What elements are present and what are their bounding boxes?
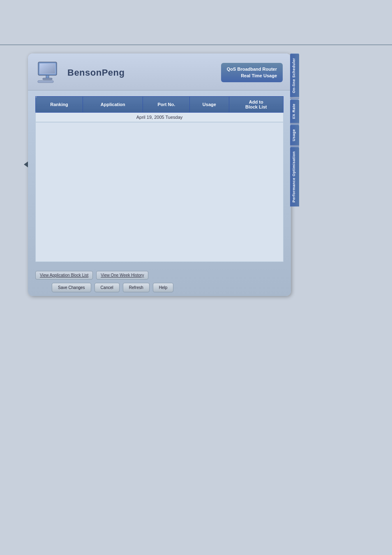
col-blocklist: Add toBlock List — [229, 97, 284, 113]
table-section: Ranking Application Port No. Usage Add t… — [35, 96, 284, 262]
col-portno: Port No. — [143, 97, 190, 113]
bottom-section: View Application Block List View One Wee… — [28, 268, 291, 296]
top-divider — [0, 44, 392, 45]
help-button[interactable]: Help — [153, 283, 174, 292]
date-value: April 19, 2005 Tuesday — [36, 113, 284, 122]
device-name: BensonPeng — [67, 67, 221, 78]
col-usage: Usage — [190, 97, 229, 113]
data-rows-area — [35, 122, 284, 262]
data-table: Ranking Application Port No. Usage Add t… — [35, 96, 284, 122]
content-area: Ranking Application Port No. Usage Add t… — [28, 90, 291, 268]
product-line2: Real Time Usage — [227, 73, 277, 79]
tab-performance[interactable]: Performance Optimisation — [290, 147, 299, 207]
action-buttons-row: Save Changes Cancel Refresh Help — [35, 283, 284, 292]
svg-rect-2 — [40, 64, 55, 74]
refresh-button[interactable]: Refresh — [123, 283, 150, 292]
right-sidebar: On-line Scheduler I/A Rate Usage Perform… — [290, 53, 299, 207]
tab-separator-1 — [290, 97, 299, 99]
tab-ia-rate[interactable]: I/A Rate — [290, 99, 299, 123]
date-row: April 19, 2005 Tuesday — [36, 113, 284, 122]
product-title: QoS Broadband Router Real Time Usage — [221, 63, 283, 82]
view-block-list-button[interactable]: View Application Block List — [35, 271, 93, 280]
save-changes-button[interactable]: Save Changes — [52, 283, 91, 292]
col-application: Application — [83, 97, 143, 113]
card-header: BensonPeng QoS Broadband Router Real Tim… — [28, 53, 291, 90]
product-line1: QoS Broadband Router — [227, 66, 277, 72]
main-card: BensonPeng QoS Broadband Router Real Tim… — [28, 53, 291, 296]
svg-rect-4 — [43, 78, 52, 80]
table-header: Ranking Application Port No. Usage Add t… — [36, 97, 284, 113]
view-history-button[interactable]: View One Week History — [96, 271, 148, 280]
computer-icon — [36, 61, 61, 84]
tab-online-scheduler[interactable]: On-line Scheduler — [290, 53, 299, 97]
tab-usage[interactable]: Usage — [290, 125, 299, 146]
svg-rect-5 — [38, 81, 53, 83]
link-buttons-row: View Application Block List View One Wee… — [35, 271, 284, 280]
cancel-button[interactable]: Cancel — [95, 283, 120, 292]
page-container: BensonPeng QoS Broadband Router Real Tim… — [0, 0, 392, 555]
col-ranking: Ranking — [36, 97, 83, 113]
